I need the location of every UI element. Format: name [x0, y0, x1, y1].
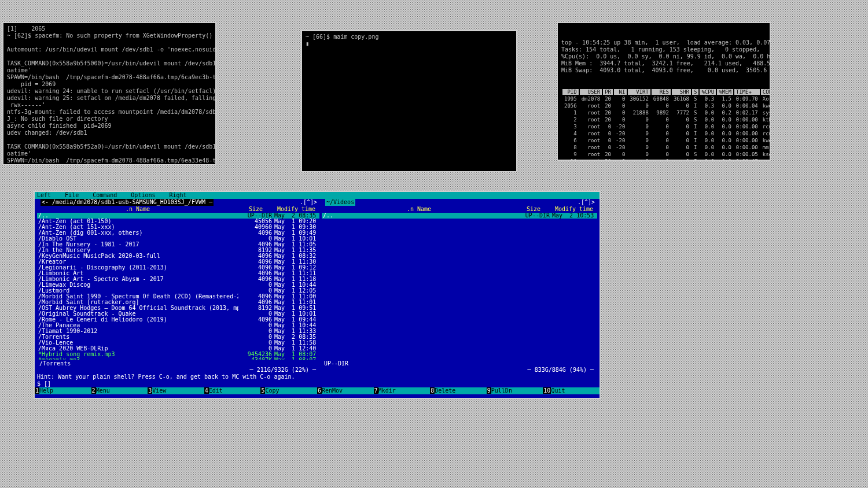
fkey-help[interactable]: 1Help [35, 387, 91, 394]
terminal-spacefm-log[interactable]: [1] 2065 ~ [62]$ spacefm: No such proper… [2, 22, 216, 165]
panel-arrows-icon[interactable]: .[^]> [300, 199, 317, 206]
col-header-name[interactable]: .n Name [322, 206, 516, 213]
terminal-top[interactable]: top - 10:54:25 up 38 min, 1 user, load a… [557, 22, 771, 161]
fkey-delete[interactable]: 8Delete [430, 387, 487, 394]
top-summary: top - 10:54:25 up 38 min, 1 user, load a… [561, 39, 766, 74]
fkey-renmov[interactable]: 6RenMov [317, 387, 374, 394]
mc-right-path[interactable]: ~/Videos [325, 199, 355, 206]
mc-hint: Hint: Want your plain shell? Press C-o, … [35, 374, 599, 380]
col-header-date[interactable]: Modify time [551, 206, 597, 213]
col-header-name[interactable]: .n Name [37, 206, 238, 213]
midnight-commander[interactable]: LeftFileCommandOptionsRight <- /media/dm… [34, 191, 601, 399]
mc-menu-file[interactable]: File [65, 192, 79, 198]
mc-right-stat: ─ 833G/884G (94%) ─ [322, 367, 597, 374]
mc-left-path[interactable]: <- /media/dm2078/sdb1-usb-SAMSUNG_HD103S… [41, 199, 214, 206]
list-item[interactable]: /..UP--DIRMay 2 10:53 [322, 213, 597, 219]
col-header-size[interactable]: Size [516, 206, 551, 213]
mc-menu-command[interactable]: Command [93, 192, 117, 198]
top-process-table: PIDUSERPRNIVIRTRESSHRS%CPU%MEMTIME+COMMA… [561, 88, 771, 161]
mc-right-foot: UP--DIR [322, 360, 597, 367]
mc-left-foot: /Torrents [37, 360, 319, 367]
fkey-copy[interactable]: 5Copy [260, 387, 317, 394]
mc-menu-right[interactable]: Right [170, 192, 187, 198]
fkey-mkdir[interactable]: 7Mkdir [374, 387, 431, 394]
mc-fkeys[interactable]: 1Help2Menu3View4Edit5Copy6RenMov7Mkdir8D… [35, 387, 599, 394]
mc-right-panel[interactable]: ~/Videos .[^]> .n Name Size Modify time … [322, 199, 597, 374]
mc-left-body[interactable]: /..UP--DIRMay 2 08:35/Ant-Zen (act 01-15… [37, 213, 319, 360]
mc-left-panel[interactable]: <- /media/dm2078/sdb1-usb-SAMSUNG_HD103S… [37, 199, 319, 374]
fkey-view[interactable]: 3View [148, 387, 204, 394]
fkey-quit[interactable]: 10Quit [543, 387, 599, 394]
terminal-maim[interactable]: ~ [66]$ maim copy.png ▮ [301, 30, 517, 172]
mc-right-body[interactable]: /..UP--DIRMay 2 10:53 [322, 213, 597, 360]
fkey-menu[interactable]: 2Menu [91, 387, 148, 394]
col-header-size[interactable]: Size [238, 206, 273, 213]
panel-arrows-icon[interactable]: .[^]> [578, 199, 595, 206]
fkey-edit[interactable]: 4Edit [204, 387, 261, 394]
mc-menu-options[interactable]: Options [131, 192, 155, 198]
fkey-pulldn[interactable]: 9PullDn [487, 387, 543, 394]
col-header-date[interactable]: Modify time [273, 206, 319, 213]
mc-menubar[interactable]: LeftFileCommandOptionsRight [35, 192, 599, 199]
mc-prompt[interactable]: $ [] [35, 380, 599, 387]
mc-left-stat: ─ 211G/932G (22%) ─ [37, 367, 319, 374]
mc-menu-left[interactable]: Left [37, 192, 51, 198]
